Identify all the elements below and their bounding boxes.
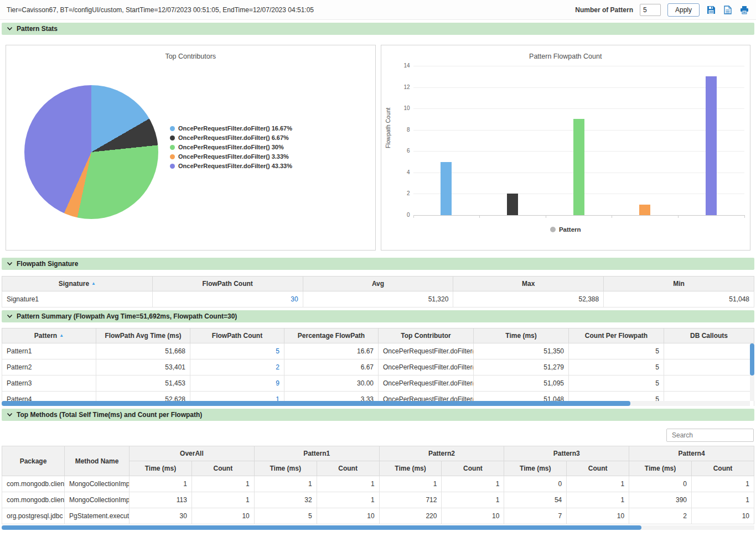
column-header-min[interactable]: Min [604,277,754,291]
group-header-pattern4[interactable]: Pattern4 [629,446,754,461]
number-of-pattern-input[interactable] [640,4,661,16]
pie-legend-item: OncePerRequestFilter.doFilter() 16.67% [170,125,292,132]
time-cell: 2 [629,508,692,524]
sort-ascending-icon: ▲ [59,333,64,338]
table-row: Pattern3 51,453 9 30.00 OncePerRequestFi… [2,376,754,392]
topbar-controls: Number of Pattern Apply [575,3,749,17]
column-header-top-contributor[interactable]: Top Contributor [379,329,474,343]
group-header-pattern2[interactable]: Pattern2 [379,446,504,461]
table-row: com.mongodb.client.i MongoCollectionImpl… [2,476,754,492]
pie-chart[interactable] [24,85,158,219]
legend-dot-icon [550,227,556,232]
y-tick-label: 10 [396,105,410,111]
pattern-summary-table: Pattern▲ FlowPath Avg Time (ms) FlowPath… [2,328,754,406]
gridline [413,215,744,216]
method-name-cell: PgStatement.execute [65,508,130,524]
sub-header-time[interactable]: Time (ms) [379,461,442,476]
flowpath-count-link[interactable]: 2 [190,359,284,376]
legend-dot-icon [170,154,175,159]
section-header-pattern-stats[interactable]: Pattern Stats [2,23,754,35]
package-cell: org.postgresql.jdbc [2,508,65,524]
sub-header-count[interactable]: Count [191,461,254,476]
column-header-avg-time[interactable]: FlowPath Avg Time (ms) [96,329,190,343]
table-row: Signature1 30 51,320 52,388 51,048 [2,291,754,307]
bar[interactable] [639,205,650,215]
column-header-package[interactable]: Package [2,446,65,476]
time-cell: 390 [629,492,692,508]
sub-header-count[interactable]: Count [567,461,629,476]
time-cell: 1 [379,476,442,492]
column-header-count-per-flowpath[interactable]: Count Per Flowpath [569,329,664,343]
flowpath-count-link[interactable]: 9 [190,376,284,392]
sub-header-count[interactable]: Count [692,461,754,476]
section-header-flowpath-signature[interactable]: Flowpath Signature [2,258,754,270]
context-info: Tier=Cavisson67, BT=/configUI/custom, St… [7,6,314,14]
y-tick-label: 2 [396,190,410,196]
export-file-icon[interactable] [723,5,733,15]
column-header-time[interactable]: Time (ms) [474,329,569,343]
search-input[interactable] [666,429,754,442]
x-tick [413,215,414,218]
bar-chart-panel: Pattern Flowpath Count Flowpath Count 02… [381,45,751,251]
vertical-scrollbar-thumb[interactable] [750,343,754,376]
flowpath-count-link[interactable]: 5 [190,343,284,359]
group-header-pattern1[interactable]: Pattern1 [254,446,379,461]
db-callouts-cell [664,359,754,376]
x-tick [678,215,679,218]
horizontal-scrollbar[interactable] [2,525,754,530]
horizontal-scrollbar[interactable] [2,401,750,406]
time-cell: 51,279 [474,359,569,376]
horizontal-scrollbar-thumb[interactable] [2,525,641,530]
section-header-pattern-summary[interactable]: Pattern Summary (Flowpath Avg Time=51,69… [2,310,754,322]
table-row: Pattern1 51,668 5 16.67 OncePerRequestFi… [2,343,754,359]
time-cell: 5 [254,508,317,524]
chevron-down-icon [7,262,13,266]
column-header-signature[interactable]: Signature▲ [2,277,153,291]
apply-button[interactable]: Apply [667,3,700,17]
sub-header-time[interactable]: Time (ms) [629,461,692,476]
flowpath-count-link[interactable]: 30 [152,291,303,307]
time-cell: 54 [504,492,567,508]
number-of-pattern-label: Number of Pattern [575,6,633,14]
count-cell: 1 [567,476,629,492]
method-name-cell: MongoCollectionImpl. [65,476,130,492]
sub-header-count[interactable]: Count [317,461,379,476]
group-header-pattern3[interactable]: Pattern3 [504,446,629,461]
bar[interactable] [706,76,717,215]
table-row: org.postgresql.jdbc PgStatement.execute … [2,508,754,524]
column-header-max[interactable]: Max [453,277,604,291]
section-title: Top Methods (Total Self Time(ms) and Cou… [17,411,202,419]
time-cell: 32 [254,492,317,508]
column-header-flowpath-count[interactable]: FlowPath Count [152,277,303,291]
group-header-overall[interactable]: OverAll [130,446,255,461]
section-header-top-methods[interactable]: Top Methods (Total Self Time(ms) and Cou… [2,409,754,421]
bar[interactable] [507,194,518,215]
bar[interactable] [573,119,584,215]
avg-cell: 51,320 [303,291,453,307]
sub-header-time[interactable]: Time (ms) [504,461,567,476]
save-icon[interactable] [706,5,716,15]
column-header-flowpath-count[interactable]: FlowPath Count [190,329,284,343]
bar-plot: 02468101214 [413,66,744,215]
time-cell: 0 [504,476,567,492]
count-cell: 1 [317,476,379,492]
column-header-avg[interactable]: Avg [303,277,453,291]
column-header-percentage[interactable]: Percentage FlowPath [284,329,379,343]
horizontal-scrollbar-thumb[interactable] [2,401,630,406]
count-per-flowpath-cell: 5 [569,359,664,376]
sub-header-time[interactable]: Time (ms) [130,461,192,476]
column-header-method-name[interactable]: Method Name [65,446,130,476]
vertical-scrollbar[interactable] [750,343,754,401]
print-icon[interactable] [739,5,749,15]
bar[interactable] [441,162,452,215]
column-header-db-callouts[interactable]: DB Callouts [664,329,754,343]
x-tick [612,215,612,218]
max-cell: 52,388 [453,291,604,307]
bar-legend[interactable]: Pattern [381,226,750,233]
sub-header-count[interactable]: Count [442,461,504,476]
column-header-pattern[interactable]: Pattern▲ [2,329,96,343]
time-cell: 7 [504,508,567,524]
sub-header-time[interactable]: Time (ms) [254,461,317,476]
section-title: Pattern Stats [17,25,58,33]
pie-legend: OncePerRequestFilter.doFilter() 16.67% O… [170,125,292,172]
